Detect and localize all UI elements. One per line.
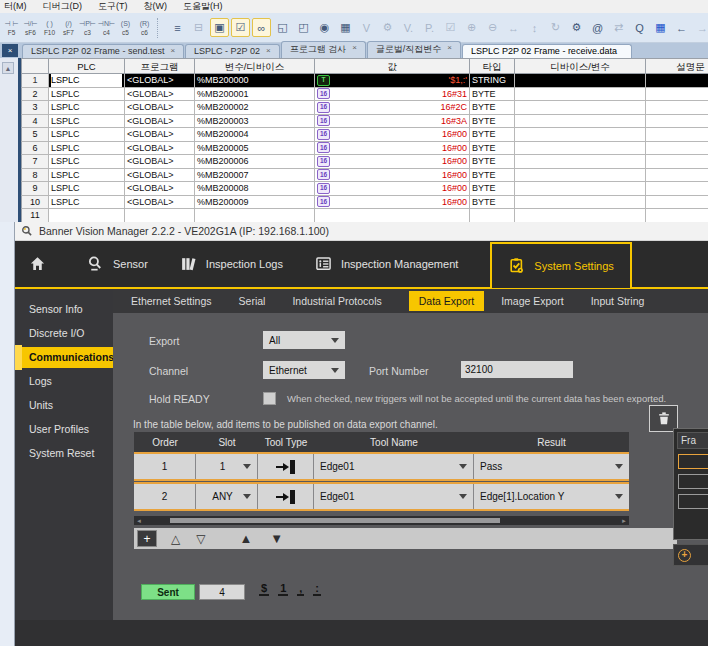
frame-button[interactable] — [678, 474, 708, 489]
window-titlebar[interactable]: Banner Vision Manager 2.2.2 - VE202G1A (… — [15, 222, 708, 241]
description-cell[interactable] — [646, 128, 708, 142]
toolbar-icon[interactable]: ↻ — [546, 18, 565, 37]
device-cell[interactable]: %MB200005 — [195, 142, 315, 156]
description-cell[interactable] — [646, 74, 708, 88]
nav-item[interactable]: Inspection Logs — [180, 241, 283, 287]
sidebar-item[interactable]: User Profiles — [15, 419, 113, 440]
document-tab[interactable]: 프로그램 검사× — [281, 41, 366, 58]
device-variable-cell[interactable] — [515, 155, 646, 169]
plc-cell[interactable]: LSPLC — [49, 74, 125, 88]
close-dock-icon[interactable]: × — [2, 44, 18, 57]
ladder-button[interactable]: ⊣ ⊢F5 — [2, 19, 21, 36]
tab-close-icon[interactable]: × — [352, 43, 357, 56]
menu-item[interactable]: 터(M) — [4, 0, 27, 13]
toolbar-icon[interactable]: ⊟ — [189, 18, 208, 37]
program-cell[interactable]: <GLOBAL> — [125, 74, 195, 88]
device-cell[interactable]: %MB200007 — [195, 169, 315, 183]
document-tab[interactable]: LSPLC P2P 02 Frame - send.test× — [22, 44, 184, 58]
description-cell[interactable] — [646, 209, 708, 223]
toolbar-icon[interactable]: V. — [399, 18, 418, 37]
type-cell[interactable]: BYTE — [470, 169, 515, 183]
toolbar-icon[interactable]: ☑ — [441, 18, 460, 37]
sidebar-item[interactable]: Discrete I/O — [15, 323, 113, 344]
document-tab[interactable]: LSPLC - P2P 02× — [185, 44, 280, 58]
ladder-button[interactable]: (R)c6 — [135, 19, 154, 36]
toolbar-icon[interactable]: ⚙ — [378, 18, 397, 37]
device-variable-cell[interactable] — [515, 169, 646, 183]
type-cell[interactable]: BYTE — [470, 142, 515, 156]
table-row[interactable]: 8 LSPLC <GLOBAL> %MB200007 1616#00 BYTE — [21, 169, 708, 183]
ladder-button[interactable]: ⊣P⊢c3 — [78, 19, 97, 36]
table-row[interactable]: 1 LSPLC <GLOBAL> %MB200000 T'$1,:' STRIN… — [21, 74, 708, 88]
program-cell[interactable] — [125, 209, 195, 223]
table-row[interactable]: 11 — [21, 209, 708, 223]
toolbar-icon[interactable]: ◱ — [273, 18, 292, 37]
type-cell[interactable]: BYTE — [470, 128, 515, 142]
scrollbar-thumb[interactable] — [170, 518, 500, 523]
nav-item[interactable]: System Settings — [490, 242, 631, 288]
add-frame-button[interactable]: + — [673, 544, 708, 566]
type-cell[interactable]: BYTE — [470, 101, 515, 115]
table-row[interactable]: 9 LSPLC <GLOBAL> %MB200008 1616#00 BYTE — [21, 182, 708, 196]
description-cell[interactable] — [646, 142, 708, 156]
document-tab[interactable]: LSPLC P2P 02 Frame - receive.data — [462, 44, 632, 58]
channel-select[interactable]: Ethernet — [263, 361, 345, 379]
program-cell[interactable]: <GLOBAL> — [125, 115, 195, 129]
tab-close-icon[interactable]: × — [266, 46, 271, 56]
frame-button[interactable] — [678, 494, 708, 509]
row-number[interactable]: 10 — [21, 196, 49, 210]
result-select[interactable]: Pass — [474, 454, 629, 479]
scroll-up-icon[interactable]: ▲ — [2, 62, 14, 74]
value-cell[interactable]: 1616#3A — [315, 115, 470, 129]
plc-cell[interactable]: LSPLC — [49, 88, 125, 102]
scroll-left-icon[interactable]: ◄ — [134, 518, 144, 524]
nav-item[interactable]: Sensor — [87, 241, 148, 287]
ladder-button[interactable]: (/)sF7 — [59, 19, 78, 36]
insert-below-button[interactable]: ▽ — [196, 532, 205, 546]
tab-close-icon[interactable]: × — [447, 43, 452, 56]
toolbar-icon[interactable]: ☑ — [231, 18, 250, 37]
device-cell[interactable] — [195, 209, 315, 223]
type-cell[interactable]: BYTE — [470, 196, 515, 210]
toolbar-icon[interactable]: ▦ — [336, 18, 355, 37]
plc-cell[interactable]: LSPLC — [49, 155, 125, 169]
subtab[interactable]: Industrial Protocols — [292, 295, 381, 307]
hold-ready-checkbox[interactable] — [263, 392, 276, 405]
plc-cell[interactable]: LSPLC — [49, 142, 125, 156]
plc-cell[interactable]: LSPLC — [49, 182, 125, 196]
document-tab[interactable]: 글로벌/직접변수× — [367, 41, 461, 58]
value-cell[interactable]: 1616#00 — [315, 169, 470, 183]
device-variable-cell[interactable] — [515, 182, 646, 196]
ladder-button[interactable]: ( )F10 — [40, 19, 59, 36]
device-variable-cell[interactable] — [515, 128, 646, 142]
port-number-input[interactable] — [461, 361, 573, 378]
plc-cell[interactable]: LSPLC — [49, 115, 125, 129]
slot-select[interactable]: 1 — [196, 454, 258, 479]
table-row[interactable]: 5 LSPLC <GLOBAL> %MB200004 1616#00 BYTE — [21, 128, 708, 142]
sent-status-button[interactable]: Sent — [141, 584, 195, 600]
menu-item[interactable]: 도움말(H) — [183, 0, 223, 13]
device-cell[interactable]: %MB200006 — [195, 155, 315, 169]
ladder-button[interactable]: ⊣/⊢sF6 — [21, 19, 40, 36]
toolbar-icon[interactable]: ↕ — [525, 18, 544, 37]
tab-close-icon[interactable]: × — [170, 46, 175, 56]
toolbar-icon[interactable]: ▦ — [651, 18, 670, 37]
device-cell[interactable]: %MB200001 — [195, 88, 315, 102]
horizontal-scrollbar[interactable]: ◄ ► — [134, 516, 629, 525]
device-variable-cell[interactable] — [515, 115, 646, 129]
subtab[interactable]: Ethernet Settings — [131, 295, 212, 307]
slot-select[interactable]: ANY — [196, 484, 258, 509]
subtab[interactable]: Image Export — [501, 295, 563, 307]
toolbar-icon[interactable]: @ — [588, 18, 607, 37]
value-cell[interactable]: T'$1,:' — [315, 74, 470, 88]
subtab[interactable]: Input String — [591, 295, 645, 307]
type-cell[interactable]: BYTE — [470, 182, 515, 196]
plc-cell[interactable]: LSPLC — [49, 196, 125, 210]
plc-cell[interactable]: LSPLC — [49, 128, 125, 142]
export-select[interactable]: All — [263, 331, 345, 349]
program-cell[interactable]: <GLOBAL> — [125, 142, 195, 156]
description-cell[interactable] — [646, 88, 708, 102]
sidebar-item[interactable]: Sensor Info — [15, 299, 113, 320]
toolbar-icon[interactable]: ▣ — [210, 18, 229, 37]
move-up-button[interactable]: ▲ — [239, 531, 252, 546]
